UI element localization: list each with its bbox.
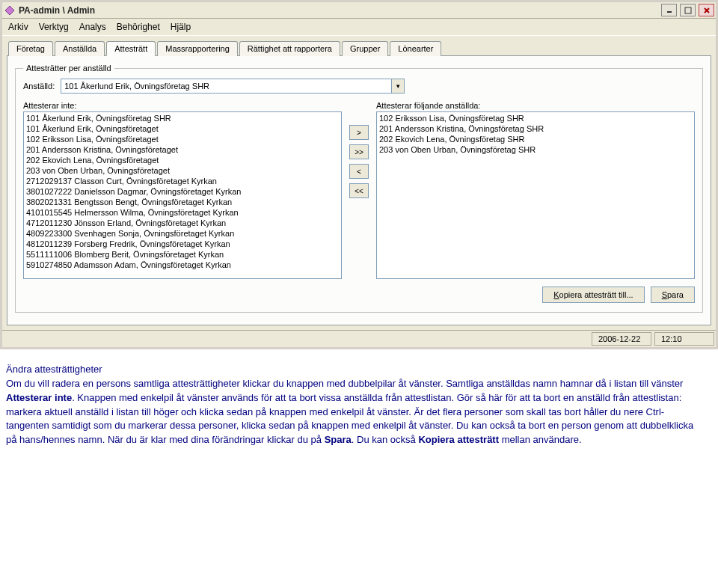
tab-grupper[interactable]: Grupper — [342, 41, 388, 56]
list-item[interactable]: 203 von Oben Urban, Övningsföretaget — [25, 165, 340, 176]
dual-list: Attesterar inte: 101 Åkerlund Erik, Övni… — [23, 101, 695, 279]
employee-selected: 101 Åkerlund Erik, Övningsföretag SHR — [61, 82, 391, 91]
attest-group: Attesträtter per anställd Anställd: 101 … — [15, 64, 703, 313]
move-all-right-button[interactable]: >> — [349, 144, 369, 159]
app-window: PA-admin \ Admin Arkiv Verktyg Analys Be… — [0, 0, 718, 349]
help-span: . Du kan också — [352, 434, 419, 445]
tab-anstallda[interactable]: Anställda — [55, 41, 105, 56]
save-button[interactable]: Spara — [651, 287, 695, 303]
list-item[interactable]: 102 Eriksson Lisa, Övningsföretaget — [25, 134, 340, 144]
employee-label: Anställd: — [23, 82, 55, 91]
list-item[interactable]: 5511111006 Blomberg Berit, Övningsföreta… — [25, 249, 340, 260]
right-listbox[interactable]: 102 Eriksson Lisa, Övningsföretag SHR201… — [376, 111, 695, 279]
menu-arkiv[interactable]: Arkiv — [8, 22, 28, 32]
app-icon — [4, 4, 16, 16]
move-left-button[interactable]: < — [349, 164, 369, 179]
help-span: Om du vill radera en persons samtliga at… — [6, 378, 683, 389]
list-item[interactable]: 3802021331 Bengtsson Bengt, Övningsföret… — [25, 197, 340, 207]
tab-lonearter[interactable]: Lönearter — [390, 41, 441, 56]
tab-strip: Företag Anställda Attesträtt Massrapport… — [7, 40, 711, 56]
list-item[interactable]: 4101015545 Helmersson Wilma, Övningsföre… — [25, 207, 340, 218]
list-item[interactable]: 201 Andersson Kristina, Övningsföretaget — [25, 144, 340, 155]
menu-analys[interactable]: Analys — [79, 22, 106, 32]
list-item[interactable]: 2712029137 Classon Curt, Övningsföretage… — [25, 176, 340, 186]
chevron-down-icon[interactable]: ▼ — [391, 79, 404, 93]
list-item[interactable]: 4712011230 Jönsson Erland, Övningsföreta… — [25, 218, 340, 228]
list-item[interactable]: 4812011239 Forsberg Fredrik, Övningsföre… — [25, 239, 340, 249]
status-date: 2006-12-22 — [592, 332, 651, 346]
employee-dropdown[interactable]: 101 Åkerlund Erik, Övningsföretag SHR ▼ — [61, 79, 405, 94]
group-legend: Attesträtter per anställd — [23, 64, 114, 73]
list-item[interactable]: 203 von Oben Urban, Övningsföretag SHR — [378, 144, 693, 155]
list-item[interactable]: 102 Eriksson Lisa, Övningsföretag SHR — [378, 113, 693, 123]
svg-marker-0 — [5, 6, 14, 15]
list-item[interactable]: 5910274850 Adamsson Adam, Övningsföretag… — [25, 260, 340, 270]
menubar: Arkiv Verktyg Analys Behörighet Hjälp — [2, 19, 716, 36]
list-item[interactable]: 3801027222 Danielsson Dagmar, Övningsför… — [25, 186, 340, 197]
copy-attest-button[interactable]: Kopiera attesträtt till... — [542, 287, 644, 303]
move-right-button[interactable]: > — [349, 125, 369, 140]
statusbar: 2006-12-22 12:10 — [2, 330, 716, 347]
list-item[interactable]: 4809223300 Svenhagen Sonja, Övningsföret… — [25, 228, 340, 239]
list-item[interactable]: 202 Ekovich Lena, Övningsföretaget — [25, 155, 340, 165]
close-button[interactable] — [699, 4, 714, 16]
move-buttons: > >> < << — [348, 101, 370, 198]
minimize-button[interactable] — [661, 4, 677, 16]
tab-massrapportering[interactable]: Massrapportering — [157, 41, 238, 56]
maximize-button[interactable] — [680, 4, 696, 16]
client-area: Företag Anställda Attesträtt Massrapport… — [2, 36, 716, 330]
svg-rect-2 — [685, 7, 691, 13]
list-item[interactable]: 202 Ekovich Lena, Övningsföretag SHR — [378, 134, 693, 144]
help-paragraph: Om du vill radera en persons samtliga at… — [6, 377, 697, 447]
left-listbox[interactable]: 101 Åkerlund Erik, Övningsföretag SHR101… — [23, 111, 342, 279]
left-list-label: Attesterar inte: — [23, 101, 342, 110]
right-list-label: Attesterar följande anställda: — [376, 101, 695, 110]
list-item[interactable]: 101 Åkerlund Erik, Övningsföretag SHR — [25, 113, 340, 123]
menu-verktyg[interactable]: Verktyg — [39, 22, 69, 32]
help-bold: Kopiera attesträtt — [418, 434, 499, 445]
tab-foretag[interactable]: Företag — [8, 41, 53, 56]
help-heading: Ändra attesträttigheter — [6, 363, 697, 377]
help-bold: Spara — [325, 434, 352, 445]
help-span: mellan användare. — [499, 434, 582, 445]
window-title: PA-admin \ Admin — [19, 5, 661, 16]
move-all-left-button[interactable]: << — [349, 183, 369, 198]
tab-rattighet[interactable]: Rättighet att rapportera — [239, 41, 340, 56]
tab-attestratt[interactable]: Attesträtt — [106, 41, 156, 56]
menu-hjalp[interactable]: Hjälp — [171, 22, 191, 32]
list-item[interactable]: 201 Andersson Kristina, Övningsföretag S… — [378, 123, 693, 134]
status-time: 12:10 — [654, 332, 714, 346]
list-item[interactable]: 101 Åkerlund Erik, Övningsföretaget — [25, 123, 340, 134]
titlebar: PA-admin \ Admin — [2, 2, 716, 19]
help-bold: Attesterar inte — [6, 392, 72, 403]
help-text: Ändra attesträttigheter Om du vill rader… — [0, 349, 703, 455]
menu-behorighet[interactable]: Behörighet — [117, 22, 160, 32]
tab-panel: Attesträtter per anställd Anställd: 101 … — [7, 56, 711, 325]
